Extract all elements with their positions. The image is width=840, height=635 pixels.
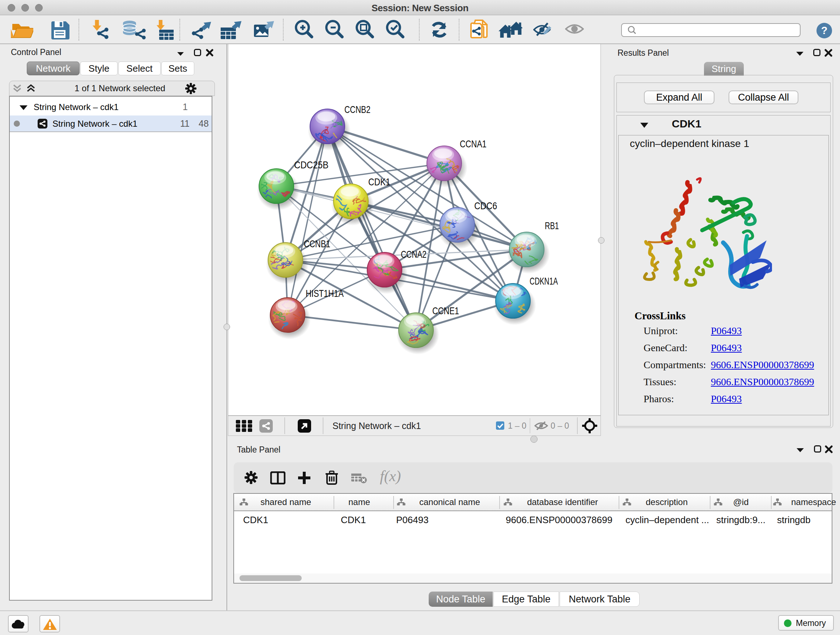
svg-text:CDK1: CDK1 xyxy=(368,176,390,187)
svg-text:HIST1H1A: HIST1H1A xyxy=(306,288,344,299)
svg-text:RB1: RB1 xyxy=(545,220,559,231)
svg-text:CDC6: CDC6 xyxy=(474,200,497,211)
svg-text:CCNA2: CCNA2 xyxy=(401,249,426,260)
svg-text:?: ? xyxy=(821,25,828,36)
svg-text:CCNB1: CCNB1 xyxy=(304,238,330,249)
svg-text:CCNB2: CCNB2 xyxy=(344,104,370,115)
svg-text:CCNE1: CCNE1 xyxy=(432,305,459,317)
svg-text:CCNA1: CCNA1 xyxy=(460,138,486,149)
svg-text:CDKN1A: CDKN1A xyxy=(530,276,558,287)
svg-text:CDC25B: CDC25B xyxy=(294,159,328,171)
